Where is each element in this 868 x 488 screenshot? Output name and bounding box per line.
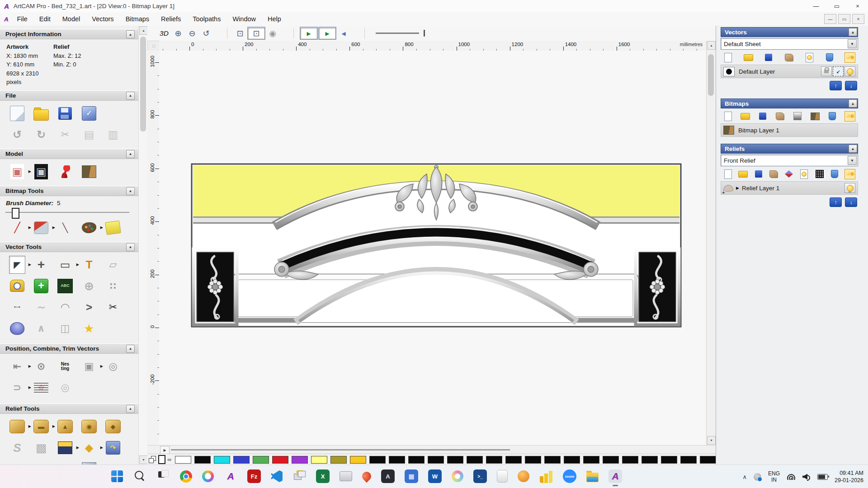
sculpting-button[interactable]: ▶ bbox=[9, 418, 25, 435]
flyout-icon[interactable]: ▶ bbox=[52, 225, 55, 230]
collapse-icon[interactable]: ▲ bbox=[126, 30, 135, 38]
File-menu[interactable]: File bbox=[11, 15, 33, 23]
create-text-button[interactable]: T bbox=[81, 256, 97, 273]
palette-swatch[interactable] bbox=[214, 456, 230, 464]
start-taskbar-button[interactable] bbox=[111, 470, 123, 482]
maximize-button[interactable]: ▭ bbox=[826, 0, 847, 12]
task-view-taskbar-button[interactable] bbox=[156, 469, 170, 483]
combine-relief-button[interactable] bbox=[783, 169, 794, 179]
slider-thumb[interactable] bbox=[12, 208, 19, 219]
child-minimize-button[interactable]: — bbox=[824, 14, 836, 24]
jar-app-taskbar-button[interactable] bbox=[497, 470, 508, 483]
delete-bitmap-layer-button[interactable] bbox=[827, 111, 838, 121]
clock[interactable]: 09:41 AM 29-01-2026 bbox=[835, 469, 863, 484]
zoom-objects-button[interactable]: ◉ bbox=[266, 27, 279, 39]
collapse-icon[interactable]: ▲ bbox=[849, 145, 857, 153]
relief-visibility-button[interactable] bbox=[799, 169, 810, 179]
zoom-window-button[interactable]: ⊡ bbox=[233, 27, 247, 39]
bitmap-layer-row[interactable]: Bitmap Layer 1 bbox=[721, 123, 858, 137]
palette-swatch[interactable] bbox=[700, 456, 716, 464]
dropdown-icon[interactable]: ▼ bbox=[848, 39, 857, 48]
orange-sphere-app-taskbar-button[interactable] bbox=[518, 470, 529, 482]
offset-vectors-button[interactable]: + bbox=[33, 277, 49, 295]
zoom-in-button[interactable]: ⊕ bbox=[171, 27, 185, 39]
paste-button[interactable]: ▥ bbox=[105, 126, 121, 143]
save-model-button[interactable] bbox=[57, 105, 73, 122]
Edit-menu[interactable]: Edit bbox=[33, 15, 57, 23]
scroll-up-button[interactable]: ▲ bbox=[139, 26, 148, 35]
relief-layers-button[interactable]: ▱ bbox=[105, 460, 121, 465]
flyout-icon[interactable]: ▶ bbox=[76, 446, 79, 450]
smooth-relief-button[interactable]: S bbox=[9, 439, 25, 456]
flyout-icon[interactable]: ▶ bbox=[28, 263, 31, 267]
collapse-icon[interactable]: ▲ bbox=[126, 405, 135, 413]
create-dome-button[interactable] bbox=[9, 320, 25, 337]
palette-swatch[interactable] bbox=[175, 456, 191, 464]
new-bitmap-layer-button[interactable] bbox=[722, 111, 733, 121]
greyscale-layer-button[interactable] bbox=[792, 111, 803, 121]
pick-colour-button[interactable]: ╲ bbox=[57, 219, 73, 236]
new-model-button[interactable] bbox=[9, 105, 25, 122]
audio-device-icon[interactable] bbox=[754, 473, 761, 481]
relief-layer-row[interactable]: ▶ Relief Layer 1 bbox=[721, 181, 858, 195]
palette-swatch[interactable] bbox=[564, 456, 580, 464]
palette-swatch[interactable] bbox=[311, 456, 327, 464]
dropdown-icon[interactable]: ▼ bbox=[848, 156, 857, 165]
Toolpaths-menu[interactable]: Toolpaths bbox=[187, 15, 226, 23]
snap-grid-button[interactable]: ▸ bbox=[300, 27, 318, 40]
pin-app-taskbar-button[interactable] bbox=[360, 470, 373, 483]
scrollbar-thumb[interactable] bbox=[708, 54, 714, 96]
model-wizard-button[interactable]: ✓ bbox=[81, 105, 97, 122]
toggle-layer-visibility-button[interactable] bbox=[804, 52, 815, 62]
line-width-button[interactable] bbox=[371, 27, 429, 39]
scroll-up-button[interactable]: ▲ bbox=[707, 41, 716, 50]
two-rail-sweep-button[interactable]: ◆ bbox=[105, 418, 121, 435]
paint-button[interactable]: ╱▶ bbox=[9, 219, 25, 236]
save-vector-layer-button[interactable] bbox=[763, 52, 774, 62]
palette-swatch[interactable] bbox=[622, 456, 638, 464]
create-shape-button[interactable]: ▬▶ bbox=[33, 418, 49, 435]
separator-button[interactable] bbox=[213, 27, 233, 39]
speaker-icon[interactable] bbox=[802, 474, 811, 480]
child-close-button[interactable]: × bbox=[852, 14, 864, 24]
collapse-icon[interactable]: ▲ bbox=[126, 345, 135, 353]
collapse-icon[interactable]: ▲ bbox=[126, 243, 135, 251]
separator-button[interactable] bbox=[351, 27, 370, 39]
merge-vector-layers-button[interactable] bbox=[783, 52, 794, 62]
expand-icon[interactable]: ▶ bbox=[736, 186, 739, 190]
scroll-down-button[interactable]: ▼ bbox=[707, 436, 716, 445]
flyout-icon[interactable]: ▶ bbox=[100, 446, 103, 450]
zoom-out-button[interactable]: ⊖ bbox=[185, 27, 199, 39]
scrollbar-thumb[interactable] bbox=[140, 37, 146, 131]
tray-overflow-button[interactable]: ∧ bbox=[743, 474, 747, 480]
palette-swatch[interactable] bbox=[447, 456, 463, 464]
palette-swatch[interactable] bbox=[583, 456, 599, 464]
palette-swatch[interactable] bbox=[369, 456, 386, 464]
open-vector-layer-button[interactable] bbox=[743, 52, 754, 62]
word-taskbar-button[interactable]: W bbox=[428, 469, 442, 483]
group-vectors-button[interactable]: ▣▶ bbox=[81, 358, 97, 375]
canvas-horizontal-scrollbar[interactable]: ▶ bbox=[147, 445, 716, 454]
palette-swatch[interactable] bbox=[194, 456, 211, 464]
palette-swatch[interactable] bbox=[642, 456, 658, 464]
flyout-icon[interactable]: ▶ bbox=[52, 424, 55, 428]
collapse-icon[interactable]: ▲ bbox=[126, 187, 135, 195]
move-layer-down-button[interactable]: ↓ bbox=[845, 81, 857, 90]
relief-greyscale-button[interactable] bbox=[814, 169, 825, 179]
power-bi-taskbar-button[interactable] bbox=[539, 469, 553, 483]
lock-layer-button[interactable] bbox=[821, 66, 832, 76]
flyout-icon[interactable]: ▶ bbox=[100, 225, 103, 230]
delete-vector-layer-button[interactable] bbox=[824, 52, 835, 62]
texture-weave-button[interactable]: ▩ bbox=[33, 439, 49, 456]
primary-colour-swatch[interactable] bbox=[158, 455, 166, 464]
minimize-button[interactable]: — bbox=[806, 0, 826, 12]
palette-swatch[interactable] bbox=[486, 456, 502, 464]
copilot-taskbar-button[interactable] bbox=[202, 470, 214, 482]
Bitmaps-menu[interactable]: Bitmaps bbox=[120, 15, 155, 23]
remote-desktop-taskbar-button[interactable] bbox=[292, 469, 306, 483]
copy-button[interactable]: ▤ bbox=[81, 126, 97, 143]
palette-swatch[interactable] bbox=[505, 456, 522, 464]
face-wizard-button[interactable]: ☺ bbox=[81, 460, 97, 465]
flyout-icon[interactable]: ▶ bbox=[28, 424, 31, 428]
pan-view-button[interactable]: ◂ bbox=[337, 27, 350, 39]
